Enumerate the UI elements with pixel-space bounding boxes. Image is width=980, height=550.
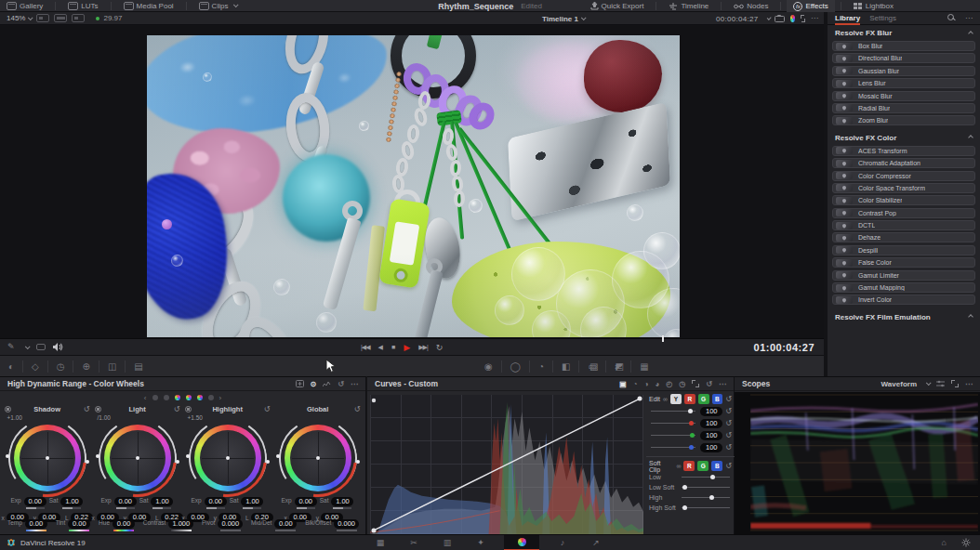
effect-item[interactable]: Radial Blur bbox=[832, 103, 975, 113]
link-icon[interactable]: ∞ bbox=[676, 463, 681, 469]
page-cut-icon[interactable]: ✂ bbox=[404, 538, 424, 547]
page-fusion-icon[interactable]: ✦ bbox=[470, 538, 491, 547]
page-color-icon[interactable] bbox=[504, 535, 539, 550]
shape-tool-icon[interactable]: ◯ bbox=[510, 361, 521, 372]
scope-mode-selector[interactable]: Waveform bbox=[881, 380, 917, 388]
play-button[interactable]: ▶ bbox=[404, 343, 410, 352]
softclip-r-button[interactable]: R bbox=[683, 461, 695, 471]
go-to-start-button[interactable]: |◀◀ bbox=[361, 344, 370, 351]
split-screen-icon[interactable]: ◧ bbox=[562, 361, 570, 372]
wheel-disc[interactable] bbox=[20, 430, 75, 486]
difference-mode-icon[interactable]: ◩ bbox=[616, 361, 624, 372]
audio-icon[interactable] bbox=[53, 343, 63, 351]
curve-hue-vs-lum-icon[interactable]: ◕ bbox=[655, 380, 659, 388]
zone-icon[interactable] bbox=[5, 406, 11, 412]
arc-handle[interactable] bbox=[96, 454, 99, 458]
curve-handle[interactable] bbox=[371, 528, 376, 532]
section-resolve-fx-color[interactable]: Resolve FX Color bbox=[828, 132, 980, 144]
enhanced-viewer-button[interactable] bbox=[72, 14, 85, 22]
arc-handle[interactable] bbox=[86, 460, 89, 464]
g-gain-slider[interactable] bbox=[651, 435, 695, 436]
add-zone-icon[interactable] bbox=[296, 380, 304, 387]
wheel-center-dot[interactable] bbox=[46, 456, 49, 460]
effect-item[interactable]: Color Stabilizer bbox=[832, 195, 975, 205]
graph-icon[interactable] bbox=[323, 380, 331, 387]
adjustment-value[interactable]: 0.00 bbox=[274, 519, 297, 529]
adjustment-value[interactable]: 0.00 bbox=[68, 519, 90, 529]
expand-icon[interactable] bbox=[801, 15, 805, 22]
pager-dot-active[interactable] bbox=[175, 395, 180, 400]
exp-value[interactable]: 0.00 bbox=[205, 497, 227, 506]
scope-settings-icon[interactable] bbox=[936, 380, 945, 387]
hue-ring[interactable] bbox=[104, 425, 171, 491]
scope-mode-chevron-icon[interactable] bbox=[926, 380, 932, 386]
effect-item[interactable]: Despill bbox=[832, 245, 975, 255]
color-wheel-control[interactable] bbox=[281, 421, 355, 495]
wheel-center-dot[interactable] bbox=[136, 456, 139, 460]
timer-tool-icon[interactable]: ◷ bbox=[57, 361, 65, 372]
effect-item[interactable]: Gamut Limiter bbox=[832, 270, 975, 281]
y-gain-slider[interactable] bbox=[651, 411, 695, 412]
page-fairlight-icon[interactable]: ♪ bbox=[552, 538, 573, 547]
curves-graph[interactable] bbox=[370, 395, 643, 534]
more-options-icon[interactable]: ⋯ bbox=[811, 15, 818, 22]
curve-lum-vs-sat-icon[interactable]: ◴ bbox=[666, 380, 672, 388]
reset-icon[interactable]: ↺ bbox=[725, 419, 732, 427]
pen-chevron-icon[interactable] bbox=[24, 344, 30, 349]
arc-handle[interactable] bbox=[176, 460, 179, 464]
color-wheel-control[interactable] bbox=[191, 421, 265, 495]
wheel-center-dot[interactable] bbox=[316, 456, 320, 460]
single-viewer-button[interactable] bbox=[36, 14, 49, 22]
viewer-image[interactable] bbox=[147, 35, 680, 337]
curve-handle[interactable] bbox=[372, 399, 376, 402]
effect-item[interactable]: Zoom Blur bbox=[832, 115, 975, 125]
waveform-scope[interactable] bbox=[735, 392, 980, 535]
channel-g-button[interactable]: G bbox=[698, 394, 709, 404]
timecode-chevron-icon[interactable] bbox=[766, 16, 771, 20]
channel-b-button[interactable]: B bbox=[712, 394, 723, 404]
effect-item[interactable]: Chromatic Adaptation bbox=[832, 158, 975, 168]
arc-handle[interactable] bbox=[276, 454, 280, 458]
effect-item[interactable]: Gamut Mapping bbox=[832, 282, 975, 293]
adjustment-value[interactable]: 0.000 bbox=[218, 519, 243, 529]
arc-handle[interactable] bbox=[6, 454, 9, 458]
wheel-reset-icon[interactable]: ↺ bbox=[84, 405, 90, 413]
color-wheel-control[interactable] bbox=[100, 421, 175, 495]
pager-dot[interactable] bbox=[152, 395, 158, 400]
effect-item[interactable]: False Color bbox=[832, 257, 975, 268]
channel-r-button[interactable]: R bbox=[684, 394, 695, 404]
target-icon[interactable]: ⊙ bbox=[311, 380, 317, 388]
effect-item[interactable]: DCTL bbox=[832, 220, 975, 230]
reset-icon[interactable]: ↺ bbox=[725, 462, 732, 470]
step-back-button[interactable]: ◀ bbox=[378, 344, 383, 351]
wheel-disc[interactable] bbox=[290, 430, 346, 486]
pager-dot-active[interactable] bbox=[186, 395, 192, 400]
more-options-icon[interactable]: ⋯ bbox=[965, 380, 973, 388]
section-resolve-fx-film-emulation[interactable]: Resolve FX Film Emulation bbox=[828, 311, 980, 323]
stop-button[interactable]: ■ bbox=[391, 344, 395, 350]
pager-next-icon[interactable]: › bbox=[219, 394, 222, 402]
hue-ring[interactable] bbox=[194, 425, 261, 491]
crop-tool-icon[interactable]: ◇ bbox=[32, 361, 39, 372]
lightbox-button[interactable]: Lightbox bbox=[847, 0, 900, 12]
picker-pen-icon[interactable]: ✎ bbox=[7, 343, 15, 351]
adjustment-value[interactable]: 0.00 bbox=[113, 519, 135, 529]
effect-item[interactable]: Color Compressor bbox=[832, 171, 975, 181]
r-gain-value[interactable]: 100 bbox=[700, 419, 722, 428]
nodes-button[interactable]: Nodes bbox=[727, 0, 775, 12]
effect-item[interactable]: Gaussian Blur bbox=[832, 66, 975, 76]
pager-dot[interactable] bbox=[164, 395, 169, 400]
tracker-tool-icon[interactable]: ◔ bbox=[538, 361, 544, 372]
effect-item[interactable]: Directional Blur bbox=[832, 53, 975, 63]
page-media-icon[interactable]: ▦ bbox=[370, 538, 391, 547]
effect-item[interactable]: Contrast Pop bbox=[832, 208, 975, 218]
sat-value[interactable]: 1.00 bbox=[60, 497, 83, 506]
curve-custom-icon[interactable]: ▣ bbox=[619, 380, 627, 388]
g-gain-value[interactable]: 100 bbox=[700, 431, 722, 440]
arc-handle[interactable] bbox=[186, 454, 190, 458]
zoom-level-value[interactable]: 145% bbox=[7, 14, 25, 22]
pager-dot-active[interactable] bbox=[197, 395, 203, 400]
gallery-button[interactable]: Gallery bbox=[0, 0, 49, 12]
sat-value[interactable]: 1.00 bbox=[241, 497, 263, 506]
page-edit-icon[interactable]: ▥ bbox=[437, 538, 457, 547]
